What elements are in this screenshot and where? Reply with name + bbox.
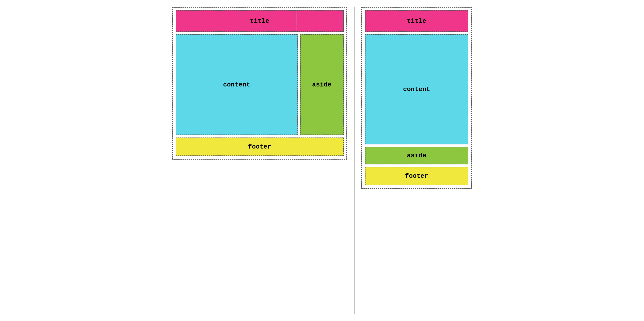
left-layout-panel: title content aside footer xyxy=(172,7,347,160)
right-footer-area: footer xyxy=(365,167,468,185)
left-title-bar: title xyxy=(176,10,344,32)
right-title-bar: title xyxy=(365,10,468,32)
right-content-text: content xyxy=(403,86,430,93)
left-footer-area: footer xyxy=(176,137,344,156)
left-content-text: content xyxy=(223,81,250,88)
left-footer-text: footer xyxy=(248,143,271,150)
right-footer-text: footer xyxy=(405,172,428,180)
left-title-text: title xyxy=(250,17,269,24)
right-aside-text: aside xyxy=(407,152,426,159)
right-title-text: title xyxy=(407,17,426,24)
right-aside-area: aside xyxy=(365,147,468,164)
right-layout-panel: title content aside footer xyxy=(361,7,472,189)
vertical-divider xyxy=(354,7,354,314)
left-content-area: content xyxy=(176,34,298,135)
left-aside-area: aside xyxy=(300,34,344,135)
right-content-area: content xyxy=(365,34,468,144)
left-middle-row: content aside xyxy=(176,34,344,135)
left-aside-text: aside xyxy=(312,81,332,88)
